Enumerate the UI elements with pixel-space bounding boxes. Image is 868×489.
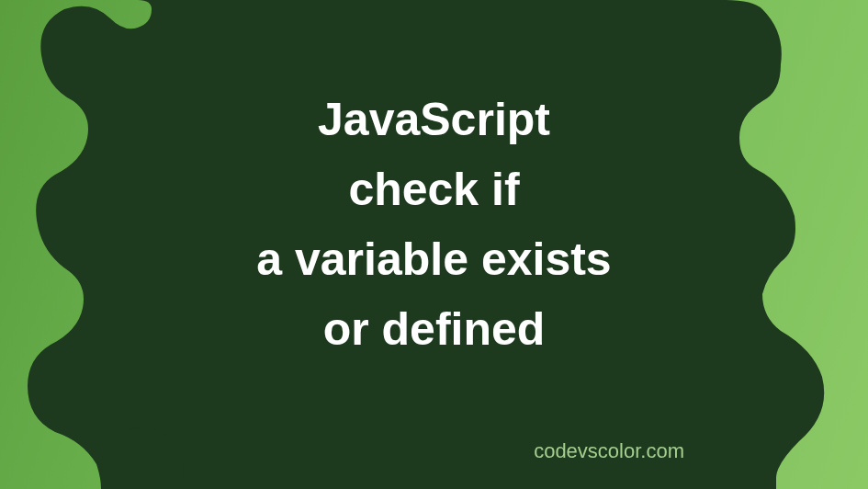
title-line-1: JavaScript	[0, 87, 868, 152]
title-line-3: a variable exists	[0, 227, 868, 291]
banner-container: JavaScript check if a variable exists or…	[0, 0, 868, 489]
site-credit: codevscolor.com	[534, 439, 684, 463]
title-line-2: check if	[0, 157, 868, 222]
main-heading: JavaScript check if a variable exists or…	[0, 87, 868, 367]
title-line-4: or defined	[0, 297, 868, 361]
